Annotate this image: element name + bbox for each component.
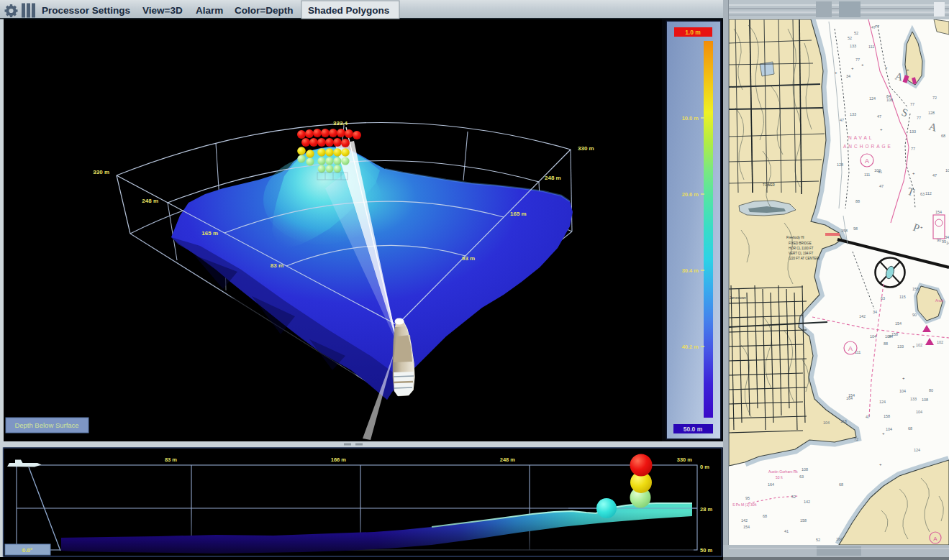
svg-text:Jamestown: Jamestown — [730, 296, 746, 300]
svg-text:124: 124 — [879, 400, 886, 404]
svg-text:41: 41 — [784, 529, 789, 533]
svg-text:248 m: 248 m — [545, 175, 561, 181]
svg-text:111: 111 — [864, 173, 870, 177]
svg-text:111: 111 — [855, 350, 861, 354]
svg-text:52: 52 — [816, 538, 820, 542]
svg-text:+: + — [902, 376, 905, 380]
svg-text:S Ps M (1) 30ft: S Ps M (1) 30ft — [732, 502, 757, 507]
svg-text:90: 90 — [937, 238, 941, 242]
svg-text:TOWER: TOWER — [763, 183, 775, 187]
svg-text:164: 164 — [768, 482, 774, 487]
svg-text:83 m: 83 m — [165, 456, 177, 463]
svg-text:47: 47 — [871, 25, 876, 29]
svg-text:124: 124 — [914, 448, 920, 452]
svg-text:34: 34 — [873, 310, 877, 314]
svg-text:154: 154 — [935, 210, 942, 214]
svg-text:164: 164 — [846, 396, 853, 400]
svg-text:72: 72 — [854, 437, 858, 441]
svg-text:34: 34 — [945, 235, 949, 239]
svg-text:164: 164 — [836, 537, 843, 541]
svg-text:88: 88 — [884, 341, 888, 346]
svg-text:28 m: 28 m — [700, 506, 712, 513]
svg-text:Anch: Anch — [935, 298, 944, 303]
svg-text:47: 47 — [866, 415, 870, 419]
svg-text:104: 104 — [870, 334, 876, 339]
svg-text:77: 77 — [855, 58, 860, 62]
svg-text:50 m: 50 m — [700, 547, 712, 554]
svg-text:142: 142 — [946, 241, 949, 245]
svg-text:77: 77 — [911, 147, 915, 151]
svg-text:104: 104 — [916, 410, 922, 414]
svg-text:90: 90 — [912, 313, 917, 317]
svg-text:52: 52 — [791, 495, 796, 499]
svg-text:47: 47 — [932, 173, 937, 178]
svg-text:A: A — [865, 157, 869, 165]
svg-text:330 m: 330 m — [93, 169, 109, 175]
svg-text:166 m: 166 m — [331, 456, 347, 463]
svg-text:165 m: 165 m — [510, 211, 527, 217]
svg-text:133: 133 — [850, 44, 856, 48]
svg-text:Shaded Polygons: Shaded Polygons — [308, 5, 389, 16]
svg-text:142: 142 — [804, 500, 810, 504]
svg-text:80: 80 — [929, 388, 933, 393]
svg-text:133: 133 — [897, 344, 904, 349]
svg-text:72: 72 — [932, 96, 937, 100]
svg-text:111: 111 — [868, 45, 874, 49]
svg-text:+: + — [880, 127, 883, 132]
svg-text:68: 68 — [839, 482, 843, 487]
svg-text:30.4 m: 30.4 m — [682, 267, 699, 274]
svg-text:(220 FT AT CENTER): (220 FT AT CENTER) — [789, 257, 820, 260]
svg-text:102: 102 — [937, 340, 943, 344]
svg-text:+: + — [912, 171, 915, 175]
svg-text:88: 88 — [855, 199, 860, 203]
svg-text:115: 115 — [899, 295, 906, 299]
svg-text:Color=Depth: Color=Depth — [235, 5, 293, 16]
svg-text:104: 104 — [899, 389, 906, 393]
svg-text:98: 98 — [853, 226, 858, 231]
svg-text:FIXED BRIDGE: FIXED BRIDGE — [789, 242, 812, 245]
svg-text:A: A — [848, 345, 853, 352]
svg-text:63: 63 — [881, 296, 885, 300]
svg-text:+: + — [879, 462, 882, 467]
svg-text:330 m: 330 m — [578, 145, 594, 152]
svg-text:95: 95 — [745, 496, 750, 500]
svg-text:68: 68 — [941, 134, 945, 138]
svg-text:+: + — [912, 344, 915, 349]
svg-text:20.6 m: 20.6 m — [682, 191, 699, 198]
svg-text:NAVAL: NAVAL — [848, 135, 873, 140]
svg-text:0.0°: 0.0° — [22, 547, 32, 554]
svg-text:133: 133 — [850, 112, 856, 116]
svg-text:ANCHORAGE: ANCHORAGE — [843, 144, 893, 149]
svg-text:Freebody Hl: Freebody Hl — [786, 236, 804, 239]
svg-text:63: 63 — [799, 474, 804, 479]
svg-text:34: 34 — [846, 74, 850, 78]
svg-text:154: 154 — [895, 321, 902, 326]
svg-text:68: 68 — [763, 514, 767, 518]
svg-text:63: 63 — [920, 192, 925, 196]
svg-text:Processor Settings: Processor Settings — [42, 5, 130, 16]
svg-text:47: 47 — [840, 118, 844, 122]
svg-text:Alarm: Alarm — [196, 5, 223, 16]
svg-text:248 m: 248 m — [500, 456, 516, 463]
svg-text:47: 47 — [877, 114, 881, 119]
svg-text:47: 47 — [879, 184, 884, 188]
svg-text:142: 142 — [741, 518, 748, 523]
svg-text:84: 84 — [889, 334, 893, 339]
svg-text:+: + — [885, 65, 888, 70]
svg-text:77: 77 — [910, 102, 914, 106]
svg-text:+: + — [882, 431, 885, 436]
svg-text:+: + — [920, 225, 923, 229]
svg-text:142: 142 — [859, 314, 866, 318]
svg-text:112: 112 — [925, 191, 932, 196]
svg-text:+: + — [835, 70, 837, 75]
svg-text:158: 158 — [912, 287, 919, 291]
svg-text:10.0 m: 10.0 m — [682, 115, 699, 121]
svg-text:330 m: 330 m — [677, 456, 693, 463]
svg-text:108: 108 — [922, 398, 928, 402]
svg-text:52: 52 — [848, 36, 852, 40]
svg-text:+: + — [907, 68, 909, 72]
svg-text:102: 102 — [916, 343, 922, 347]
svg-text:118: 118 — [840, 419, 847, 423]
svg-text:VERT CL 194 FT: VERT CL 194 FT — [789, 252, 813, 255]
svg-text:128: 128 — [837, 162, 843, 167]
